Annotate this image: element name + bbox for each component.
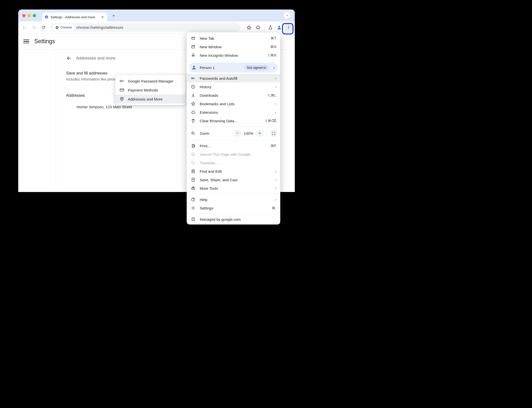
zoom-icon: [191, 131, 196, 136]
menu-profile-row[interactable]: Person 1 Not signed in ›: [189, 62, 278, 72]
svg-rect-10: [192, 46, 195, 48]
menu-passwords-autofill[interactable]: Passwords and Autofill ›: [187, 74, 280, 82]
chevron-right-icon: ›: [275, 169, 276, 173]
new-tab-icon: [191, 36, 196, 41]
fullscreen-button[interactable]: [270, 130, 277, 137]
menu-settings[interactable]: Settings ⌘,: [187, 204, 280, 212]
labs-icon[interactable]: [266, 24, 274, 32]
zoom-label: Zoom: [200, 131, 209, 136]
menu-label: Settings: [200, 206, 268, 210]
zoom-in-button[interactable]: +: [256, 130, 263, 137]
menu-label: Search This Page with Google…: [200, 152, 276, 156]
close-icon[interactable]: ✕: [101, 15, 105, 19]
menu-label: Translate…: [200, 161, 276, 165]
help-icon: [191, 197, 196, 202]
svg-point-3: [288, 26, 289, 27]
menu-find-edit[interactable]: Find and Edit ›: [187, 167, 280, 176]
menu-shortcut: ⌥⌘L: [267, 93, 276, 97]
trash-icon: [191, 118, 196, 123]
svg-point-20: [193, 208, 194, 209]
extensions-icon[interactable]: [254, 24, 262, 32]
menu-help[interactable]: Help ›: [187, 195, 280, 204]
menu-shortcut: ⌘T: [271, 36, 276, 40]
window-close-icon[interactable]: [22, 14, 26, 17]
submenu-payment-methods[interactable]: Payment Methods: [115, 86, 185, 94]
menu-shortcut: ⌘N: [270, 45, 276, 49]
menu-shortcut: ⌘,: [272, 206, 276, 210]
svg-point-4: [288, 27, 289, 28]
translate-icon: [191, 160, 196, 165]
menu-label: Extensions: [200, 110, 271, 114]
star-icon: [191, 101, 196, 106]
tab-title: Settings - Addresses and more: [51, 15, 99, 19]
menu-label: New Incognito Window: [200, 53, 263, 58]
svg-point-2: [279, 26, 280, 28]
printer-icon: [191, 143, 196, 148]
submenu-addresses-more[interactable]: Addresses and More: [115, 94, 185, 104]
menu-more-tools[interactable]: More Tools ›: [187, 184, 280, 192]
back-button[interactable]: [20, 24, 28, 32]
menu-downloads[interactable]: Downloads ⌥⌘L: [187, 91, 280, 100]
site-chip[interactable]: Chrome: [53, 24, 74, 31]
app-menu-button[interactable]: [284, 23, 293, 32]
forward-button[interactable]: [30, 24, 38, 32]
tab-strip: Settings - Addresses and more ✕ ＋: [18, 10, 295, 22]
menu-separator: [187, 61, 280, 61]
svg-rect-9: [192, 37, 195, 40]
menu-print[interactable]: Print… ⌘P: [187, 142, 280, 150]
menu-label: Managed by google.com: [200, 217, 276, 222]
find-icon: [191, 169, 196, 174]
menu-separator: [187, 140, 280, 140]
menu-extensions[interactable]: Extensions ›: [187, 108, 280, 116]
download-icon: [191, 93, 196, 98]
chevron-right-icon: ›: [275, 85, 276, 89]
svg-point-1: [57, 27, 58, 28]
submenu-label: Google Password Manager: [128, 79, 173, 83]
reload-button[interactable]: [39, 24, 47, 32]
window-maximize-icon[interactable]: [33, 14, 36, 17]
building-icon: [191, 217, 196, 222]
submenu-password-manager[interactable]: Google Password Manager: [115, 76, 185, 86]
menu-new-incognito[interactable]: New Incognito Window ⇧⌘N: [187, 51, 280, 60]
zoom-out-button[interactable]: −: [233, 130, 241, 137]
new-tab-button[interactable]: ＋: [110, 12, 117, 19]
browser-tab[interactable]: Settings - Addresses and more ✕: [42, 12, 107, 22]
menu-separator: [187, 214, 280, 214]
gear-icon: [191, 206, 196, 210]
location-pin-icon: [119, 96, 124, 102]
google-icon: [191, 152, 196, 157]
bookmark-star-icon[interactable]: [245, 24, 253, 32]
menu-separator: [187, 126, 280, 126]
menu-label: Passwords and Autofill: [200, 76, 271, 80]
menu-label: Downloads: [200, 93, 263, 98]
tab-search-button[interactable]: [284, 12, 291, 19]
menu-clear-data[interactable]: Clear Browsing Data… ⇧⌘⌫: [187, 116, 280, 125]
menu-new-window[interactable]: New Window ⌘N: [187, 42, 280, 51]
submenu-label: Addresses and More: [128, 97, 162, 101]
key-icon: [191, 76, 196, 81]
menu-shortcut: ⇧⌘⌫: [265, 119, 276, 123]
hamburger-menu-icon[interactable]: [23, 38, 29, 44]
back-arrow-icon[interactable]: [66, 56, 72, 61]
menu-save-share-cast[interactable]: Save, Share, and Cast ›: [187, 176, 280, 184]
profile-button[interactable]: [275, 24, 283, 32]
new-window-icon: [191, 44, 196, 49]
menu-zoom-row: Zoom − 100% +: [187, 128, 280, 139]
menu-label: Help: [200, 198, 271, 202]
menu-bookmarks[interactable]: Bookmarks and Lists ›: [187, 100, 280, 108]
menu-managed-by[interactable]: Managed by google.com: [187, 215, 280, 224]
menu-label: Print…: [200, 144, 267, 148]
menu-new-tab[interactable]: New Tab ⌘T: [187, 34, 280, 42]
profile-badge: Not signed in: [244, 65, 269, 70]
toolbar: Chrome chrome://settings/addresses: [18, 22, 295, 34]
submenu-label: Payment Methods: [128, 88, 158, 92]
menu-history[interactable]: History ›: [187, 82, 280, 91]
chevron-right-icon: ›: [275, 186, 276, 190]
settings-gear-icon: [45, 15, 49, 19]
window-minimize-icon[interactable]: [28, 14, 31, 17]
svg-point-11: [193, 66, 195, 68]
address-bar[interactable]: Chrome chrome://settings/addresses: [50, 23, 240, 32]
page-title: Settings: [34, 38, 55, 45]
menu-label: Clear Browsing Data…: [200, 119, 261, 123]
key-icon: [119, 78, 124, 84]
